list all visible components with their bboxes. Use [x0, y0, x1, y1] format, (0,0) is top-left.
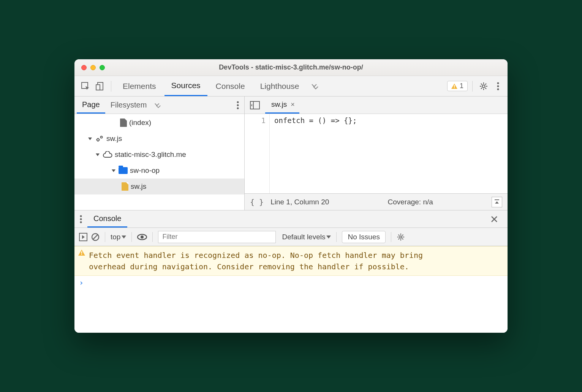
- svg-point-39: [400, 236, 402, 238]
- svg-rect-3: [454, 85, 455, 87]
- svg-rect-48: [81, 251, 82, 254]
- titlebar: DevTools - static-misc-3.glitch.me/sw-no…: [74, 59, 508, 76]
- separator: [472, 81, 473, 92]
- console-prompt[interactable]: ›: [74, 276, 508, 289]
- folder-icon: [119, 167, 128, 174]
- close-tab-icon[interactable]: ×: [289, 101, 296, 109]
- warning-count: 1: [460, 82, 463, 90]
- tab-console[interactable]: Console: [209, 76, 252, 96]
- navigator-tabs: Page Filesystem: [74, 96, 244, 114]
- tree-label: sw.js: [106, 134, 122, 143]
- svg-point-30: [80, 218, 82, 220]
- editor-statusbar: { } Line 1, Column 20 Coverage: n/a: [245, 193, 508, 210]
- toggle-debugger-icon[interactable]: [492, 197, 502, 207]
- svg-point-15: [497, 85, 499, 87]
- filter-input[interactable]: [158, 231, 276, 243]
- tree-folder[interactable]: sw-no-op: [74, 163, 244, 179]
- svg-point-29: [80, 215, 82, 217]
- expand-icon: [88, 138, 92, 140]
- prompt-chevron-icon: ›: [79, 278, 84, 287]
- chevron-down-icon: [326, 236, 331, 239]
- separator: [105, 232, 105, 242]
- window-title: DevTools - static-misc-3.glitch.me/sw-no…: [74, 63, 508, 71]
- close-drawer-icon[interactable]: [491, 216, 508, 223]
- svg-point-20: [97, 139, 99, 141]
- tree-label: sw-no-op: [130, 166, 160, 175]
- svg-line-13: [485, 84, 486, 85]
- tree-label: static-misc-3.glitch.me: [115, 150, 186, 159]
- context-selector[interactable]: top: [111, 233, 126, 241]
- code-content[interactable]: onfetch = () => {};: [270, 114, 508, 193]
- svg-point-17: [237, 101, 239, 103]
- drawer: Console top Defa: [74, 210, 508, 333]
- tree-file-swjs[interactable]: sw.js: [74, 179, 244, 194]
- chevron-down-icon: [122, 236, 126, 239]
- svg-line-36: [93, 235, 98, 239]
- inspect-element-icon[interactable]: [79, 80, 92, 93]
- navigator-tab-filesystem[interactable]: Filesystem: [105, 96, 152, 114]
- devtools-window: DevTools - static-misc-3.glitch.me/sw-no…: [74, 59, 508, 333]
- navigator-options-icon[interactable]: [231, 101, 244, 109]
- drawer-options-icon[interactable]: [74, 215, 87, 223]
- close-window-button[interactable]: [81, 65, 87, 70]
- editor-tab-swjs[interactable]: sw.js ×: [265, 96, 299, 114]
- drawer-tab-console[interactable]: Console: [87, 210, 127, 228]
- execute-icon[interactable]: [79, 233, 87, 241]
- separator: [391, 232, 391, 242]
- console-warning-message[interactable]: Fetch event handler is recognized as no-…: [74, 246, 508, 276]
- settings-gear-icon[interactable]: [477, 80, 490, 93]
- svg-point-31: [80, 221, 82, 223]
- navigator-tab-page[interactable]: Page: [77, 96, 105, 114]
- svg-point-21: [101, 136, 103, 138]
- maximize-window-button[interactable]: [100, 65, 105, 70]
- pretty-print-icon[interactable]: { }: [250, 198, 264, 207]
- drawer-tabs: Console: [74, 210, 508, 228]
- code-editor[interactable]: 1 onfetch = () => {};: [245, 114, 508, 193]
- line-gutter: 1: [245, 114, 270, 193]
- console-settings-gear-icon[interactable]: [397, 233, 405, 241]
- navigator-pane: Page Filesystem (index): [74, 96, 245, 210]
- svg-point-38: [141, 236, 144, 239]
- svg-rect-49: [81, 254, 82, 254]
- tree-file-index[interactable]: (index): [74, 115, 244, 131]
- tab-elements[interactable]: Elements: [116, 76, 163, 96]
- more-tabs-icon[interactable]: [307, 82, 323, 90]
- separator: [336, 232, 337, 242]
- issues-button[interactable]: No Issues: [342, 231, 385, 243]
- issues-warning-badge[interactable]: 1: [447, 81, 468, 91]
- tab-lighthouse[interactable]: Lighthouse: [253, 76, 306, 96]
- tree-domain[interactable]: static-misc-3.glitch.me: [74, 147, 244, 163]
- gears-icon: [95, 134, 104, 143]
- editor-tab-strip: sw.js ×: [245, 96, 508, 114]
- line-number: 1: [245, 116, 266, 125]
- svg-rect-4: [454, 87, 455, 88]
- window-controls: [74, 65, 105, 70]
- svg-point-5: [482, 85, 485, 87]
- svg-rect-2: [96, 85, 100, 90]
- svg-line-47: [402, 234, 403, 236]
- expand-icon: [96, 153, 100, 156]
- file-tree: (index) sw.js static-misc-3.glitch.me: [74, 114, 244, 210]
- coverage-label: Coverage: n/a: [387, 198, 433, 206]
- warning-text: Fetch event handler is recognized as no-…: [89, 250, 438, 272]
- tree-sw-root[interactable]: sw.js: [74, 131, 244, 147]
- navigator-toggle-icon[interactable]: [249, 100, 261, 111]
- more-options-icon[interactable]: [492, 80, 505, 93]
- expand-icon: [112, 169, 115, 172]
- cursor-position: Line 1, Column 20: [270, 198, 329, 206]
- warning-triangle-icon: [451, 84, 457, 89]
- editor-tab-label: sw.js: [271, 100, 287, 109]
- device-toolbar-icon[interactable]: [93, 80, 106, 93]
- clear-console-icon[interactable]: [91, 233, 100, 241]
- editor-pane: sw.js × 1 onfetch = () => {}; { } Line 1…: [245, 96, 508, 210]
- tree-label: sw.js: [131, 182, 146, 191]
- console-toolbar: top Default levels No Issues: [74, 228, 508, 246]
- tab-sources[interactable]: Sources: [164, 76, 207, 96]
- more-navigator-tabs-icon[interactable]: [152, 102, 163, 109]
- js-file-icon: [122, 182, 128, 191]
- log-levels-selector[interactable]: Default levels: [282, 233, 331, 241]
- separator: [152, 232, 153, 242]
- live-expression-icon[interactable]: [137, 234, 147, 240]
- minimize-window-button[interactable]: [90, 65, 96, 70]
- cloud-icon: [103, 151, 112, 158]
